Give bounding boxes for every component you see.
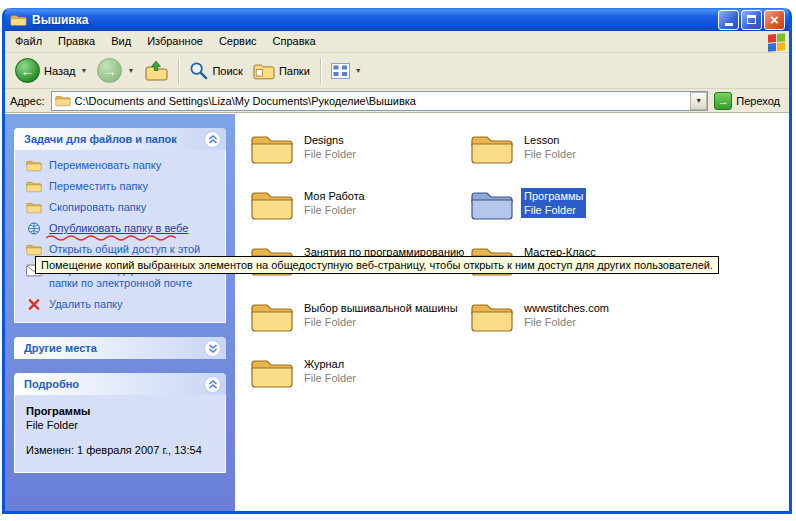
details-body: Программы File Folder Изменен: 1 февраля… (14, 395, 226, 473)
folder-item[interactable]: Lesson File Folder (470, 131, 690, 187)
address-input[interactable]: C:\Documents and Settings\Liza\My Docume… (51, 91, 709, 111)
content-area: Задачи для файлов и папок Переименовать … (5, 113, 789, 511)
chevron-up-icon[interactable] (204, 376, 221, 393)
folders-label: Папки (279, 65, 310, 77)
menu-item[interactable]: Вид (103, 31, 139, 52)
toolbar-separator (178, 58, 179, 84)
address-dropdown-button[interactable]: ▼ (690, 92, 707, 110)
back-arrow-icon: ← (15, 58, 40, 83)
titlebar[interactable]: Вышивка × (5, 8, 789, 31)
views-dropdown-icon[interactable]: ▼ (355, 67, 362, 74)
folder-type: File Folder (304, 315, 458, 329)
move-folder-icon (26, 180, 43, 193)
folder-item[interactable]: Моя Работа File Folder (250, 187, 470, 243)
folder-name: Выбор вышивальной машины (304, 301, 458, 315)
back-button[interactable]: ← Назад ▼ (11, 56, 91, 85)
publish-web-icon (26, 222, 43, 235)
file-tasks-header[interactable]: Задачи для файлов и папок (14, 128, 226, 150)
explorer-window: Вышивка × ФайлПравкаВидИзбранноеСервисСп… (2, 8, 792, 514)
window-title: Вышивка (32, 13, 718, 27)
maximize-icon (747, 15, 756, 24)
task-item[interactable]: Переименовать папку (26, 159, 221, 172)
search-label: Поиск (212, 65, 242, 77)
views-icon (331, 63, 350, 79)
file-tasks-panel: Задачи для файлов и папок Переименовать … (14, 128, 226, 323)
task-item[interactable]: Удалить папку (26, 298, 221, 311)
folder-item[interactable]: Программы File Folder (470, 187, 690, 243)
menu-items: ФайлПравкаВидИзбранноеСервисСправка (7, 31, 324, 52)
folder-type: File Folder (524, 147, 576, 161)
other-places-panel: Другие места (14, 337, 226, 359)
folder-icon[interactable] (470, 299, 514, 334)
close-button[interactable]: × (764, 10, 785, 30)
go-arrow-icon: → (714, 92, 732, 110)
toolbar: ← Назад ▼ → ▼ Поиск Папки (5, 53, 789, 89)
address-folder-icon (55, 94, 71, 107)
forward-dropdown-icon[interactable]: ▼ (127, 67, 134, 74)
menubar: ФайлПравкаВидИзбранноеСервисСправка (5, 31, 789, 53)
maximize-button[interactable] (741, 10, 762, 30)
folders-icon (253, 62, 275, 80)
other-places-header[interactable]: Другие места (14, 337, 226, 359)
folder-type: File Folder (304, 147, 356, 161)
share-folder-icon (26, 243, 43, 256)
details-modified: Изменен: 1 февраля 2007 г., 13:54 (26, 444, 219, 456)
folder-icon[interactable] (250, 355, 294, 390)
folder-type: File Folder (304, 371, 356, 385)
addressbar: Адрес: C:\Documents and Settings\Liza\My… (5, 89, 789, 113)
go-label: Переход (736, 95, 780, 107)
details-folder-type: File Folder (26, 419, 219, 431)
file-tasks-list: Переименовать папку Переместить папку Ск… (14, 150, 226, 323)
folder-view[interactable]: Designs File Folder Lesson File Folder М… (235, 114, 789, 511)
folder-icon[interactable] (470, 187, 514, 222)
toolbar-separator (320, 58, 321, 84)
folder-name: Designs (304, 133, 356, 147)
folder-name: Lesson (524, 133, 576, 147)
folder-icon[interactable] (470, 131, 514, 166)
menu-item[interactable]: Избранное (139, 31, 211, 52)
folder-name: Программы (524, 189, 583, 203)
folder-item[interactable]: Designs File Folder (250, 131, 470, 187)
tooltip: Помещение копий выбранных элементов на о… (35, 256, 719, 274)
go-button[interactable]: → Переход (714, 92, 784, 110)
address-label: Адрес: (10, 95, 45, 107)
back-dropdown-icon[interactable]: ▼ (81, 67, 88, 74)
forward-arrow-icon: → (97, 58, 122, 83)
menu-item[interactable]: Справка (265, 31, 324, 52)
folders-button[interactable]: Папки (249, 60, 314, 82)
folder-name: Журнал (304, 357, 356, 371)
folder-type: File Folder (524, 315, 609, 329)
up-folder-icon (144, 60, 168, 82)
details-header[interactable]: Подробно (14, 373, 226, 395)
window-folder-icon (10, 13, 27, 27)
chevron-up-icon[interactable] (204, 131, 221, 148)
details-panel: Подробно Программы File Folder Изменен: … (14, 373, 226, 473)
search-button[interactable]: Поиск (185, 59, 246, 82)
address-path: C:\Documents and Settings\Liza\My Docume… (75, 95, 416, 107)
forward-button[interactable]: → ▼ (93, 56, 138, 85)
menu-item[interactable]: Сервис (211, 31, 265, 52)
window-controls: × (718, 10, 785, 30)
folder-icon[interactable] (250, 131, 294, 166)
rename-folder-icon (26, 159, 43, 172)
copy-folder-icon (26, 201, 43, 214)
up-button[interactable] (140, 58, 172, 84)
views-button[interactable]: ▼ (327, 61, 366, 81)
menu-item[interactable]: Файл (7, 31, 50, 52)
folder-item[interactable]: Выбор вышивальной машины File Folder (250, 299, 470, 355)
task-item[interactable]: Переместить папку (26, 180, 221, 193)
task-item[interactable]: Открыть общий доступ к этой (26, 243, 221, 256)
chevron-down-icon[interactable] (204, 340, 221, 357)
folder-name: wwwstitches.com (524, 301, 609, 315)
search-icon (189, 61, 208, 80)
task-item[interactable]: Опубликовать папку в вебе (26, 222, 221, 235)
folder-item[interactable]: wwwstitches.com File Folder (470, 299, 690, 355)
minimize-button[interactable] (718, 10, 739, 30)
folder-icon[interactable] (250, 299, 294, 334)
folder-icon[interactable] (250, 187, 294, 222)
menu-item[interactable]: Правка (50, 31, 103, 52)
folder-type: File Folder (304, 203, 365, 217)
task-item[interactable]: Скопировать папку (26, 201, 221, 214)
minimize-icon (725, 23, 733, 26)
folder-item[interactable]: Журнал File Folder (250, 355, 470, 411)
